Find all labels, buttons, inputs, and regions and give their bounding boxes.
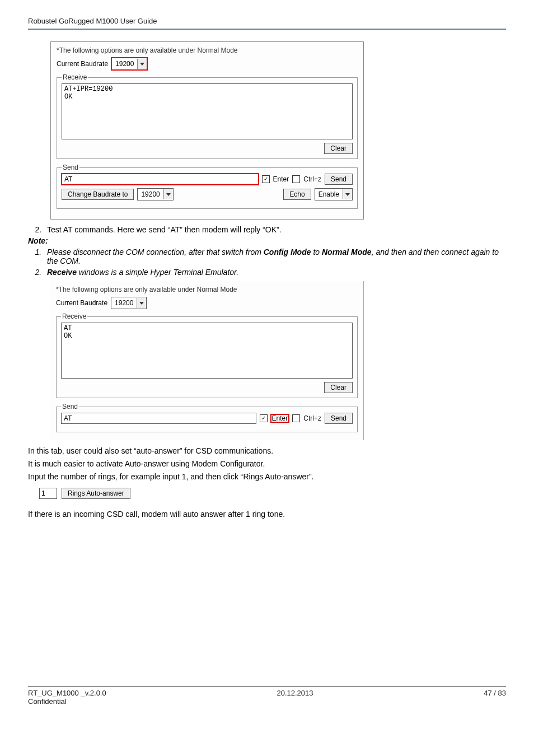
change-baudrate-value: 19200 bbox=[138, 190, 163, 198]
footer-left: RT_UG_M1000 _v.2.0.0 bbox=[28, 689, 106, 697]
normal-mode-panel-2: *The following options are only availabl… bbox=[50, 281, 364, 440]
clear-button[interactable]: Clear bbox=[324, 382, 353, 393]
receive-group: Receive AT OK Clear bbox=[56, 312, 358, 398]
note1-part-a: Please disconnect the COM connection, af… bbox=[47, 248, 264, 256]
current-baudrate-select[interactable]: 19200 bbox=[111, 297, 147, 309]
chevron-down-icon bbox=[137, 59, 147, 69]
current-baudrate-label: Current Baudrate bbox=[57, 60, 108, 68]
note1-part-c: to bbox=[311, 248, 322, 256]
clear-button[interactable]: Clear bbox=[324, 143, 353, 154]
send-legend: Send bbox=[62, 164, 79, 171]
echo-button[interactable]: Echo bbox=[283, 189, 311, 200]
paragraph-input-rings: Input the number of rings, for example i… bbox=[28, 472, 506, 482]
note1-bold-normal: Normal Mode bbox=[322, 248, 372, 256]
enter-label: Enter bbox=[273, 175, 289, 183]
paragraph-auto-answer: In this tab, user could also set “auto-a… bbox=[28, 446, 506, 456]
panel-note: *The following options are only availabl… bbox=[56, 286, 358, 293]
enter-label: Enter bbox=[271, 414, 289, 422]
note2-bold: Receive bbox=[47, 268, 77, 277]
step-2-text: Test AT commands. Here we send “AT” then… bbox=[44, 225, 506, 234]
send-group: Send Enter Ctrl+z Send bbox=[56, 403, 358, 432]
current-baudrate-label: Current Baudrate bbox=[56, 299, 107, 307]
receive-textarea[interactable]: AT+IPR=19200 OK bbox=[62, 83, 353, 139]
receive-textarea[interactable]: AT OK bbox=[61, 323, 353, 379]
note-item-1: Please disconnect the COM connection, af… bbox=[44, 248, 506, 265]
paragraph-incoming-csd: If there is an incoming CSD call, modem … bbox=[28, 509, 506, 520]
page-header: Robustel GoRugged M1000 User Guide bbox=[28, 17, 506, 30]
note-item-2: Receive windows is a simple Hyper Termin… bbox=[44, 268, 506, 277]
note1-bold-config: Config Mode bbox=[264, 248, 311, 256]
send-legend: Send bbox=[61, 403, 79, 410]
ctrlz-checkbox[interactable] bbox=[292, 414, 300, 422]
change-baudrate-select[interactable]: 19200 bbox=[137, 188, 173, 200]
page-footer: RT_UG_M1000 _v.2.0.0 20.12.2013 47 / 83 … bbox=[28, 686, 506, 706]
note2-rest: windows is a simple Hyper Terminal Emula… bbox=[77, 268, 238, 277]
receive-legend: Receive bbox=[61, 312, 87, 320]
send-input[interactable] bbox=[62, 174, 259, 185]
note-heading: Note: bbox=[28, 236, 506, 245]
rings-count-input[interactable] bbox=[39, 488, 57, 499]
send-input[interactable] bbox=[61, 413, 256, 424]
ctrlz-label: Ctrl+z bbox=[303, 414, 321, 422]
enter-checkbox[interactable] bbox=[262, 175, 270, 183]
change-baudrate-button[interactable]: Change Baudrate to bbox=[62, 189, 134, 200]
echo-select-value: Enable bbox=[315, 190, 343, 198]
footer-center: 20.12.2013 bbox=[277, 689, 313, 697]
rings-auto-answer-button[interactable]: Rings Auto-answer bbox=[62, 488, 130, 499]
chevron-down-icon bbox=[343, 189, 352, 199]
chevron-down-icon bbox=[163, 189, 173, 199]
echo-select[interactable]: Enable bbox=[315, 188, 353, 200]
paragraph-easier: It is much easier to activate Auto-answe… bbox=[28, 459, 506, 469]
ctrlz-checkbox[interactable] bbox=[292, 175, 300, 183]
current-baudrate-select[interactable]: 19200 bbox=[111, 58, 147, 70]
normal-mode-panel-1: *The following options are only availabl… bbox=[50, 41, 364, 220]
footer-right: 47 / 83 bbox=[484, 689, 506, 697]
receive-group: Receive AT+IPR=19200 OK Clear bbox=[57, 73, 358, 159]
send-group: Send Enter Ctrl+z Send Change Baudrate t… bbox=[57, 164, 358, 209]
send-button[interactable]: Send bbox=[325, 174, 353, 185]
current-baudrate-value: 19200 bbox=[111, 299, 137, 307]
enter-checkbox[interactable] bbox=[260, 414, 268, 422]
current-baudrate-value: 19200 bbox=[112, 60, 137, 68]
send-button[interactable]: Send bbox=[325, 413, 353, 424]
panel-note: *The following options are only availabl… bbox=[57, 46, 358, 54]
ctrlz-label: Ctrl+z bbox=[303, 175, 321, 183]
footer-confidential: Confidential bbox=[28, 697, 506, 706]
chevron-down-icon bbox=[137, 298, 146, 308]
receive-legend: Receive bbox=[62, 73, 88, 81]
